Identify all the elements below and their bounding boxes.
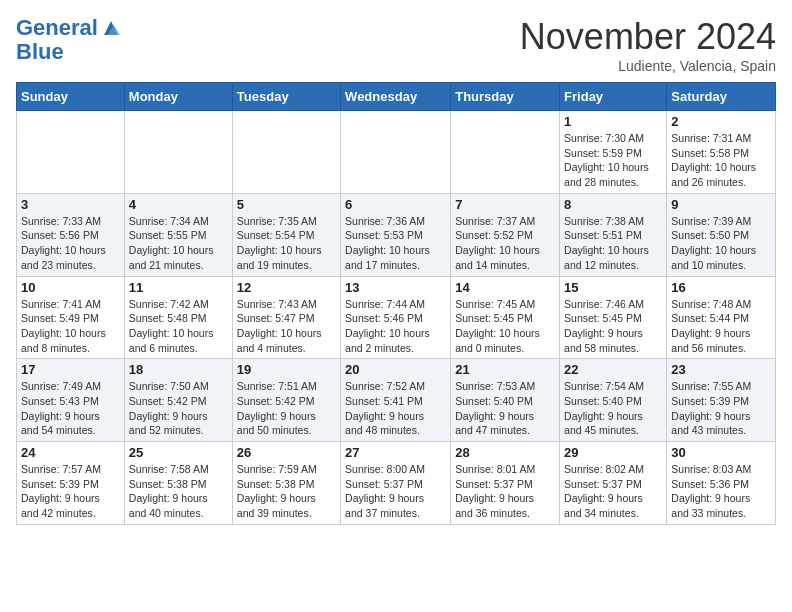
day-number: 6	[345, 197, 446, 212]
calendar-cell: 1Sunrise: 7:30 AM Sunset: 5:59 PM Daylig…	[560, 111, 667, 194]
day-info: Sunrise: 7:41 AM Sunset: 5:49 PM Dayligh…	[21, 297, 120, 356]
calendar-cell: 12Sunrise: 7:43 AM Sunset: 5:47 PM Dayli…	[232, 276, 340, 359]
month-title: November 2024	[520, 16, 776, 58]
day-info: Sunrise: 8:01 AM Sunset: 5:37 PM Dayligh…	[455, 462, 555, 521]
day-number: 5	[237, 197, 336, 212]
logo-general: General	[16, 16, 98, 40]
calendar-cell: 7Sunrise: 7:37 AM Sunset: 5:52 PM Daylig…	[451, 193, 560, 276]
day-number: 21	[455, 362, 555, 377]
day-number: 7	[455, 197, 555, 212]
day-number: 24	[21, 445, 120, 460]
calendar-week-row: 1Sunrise: 7:30 AM Sunset: 5:59 PM Daylig…	[17, 111, 776, 194]
day-info: Sunrise: 7:51 AM Sunset: 5:42 PM Dayligh…	[237, 379, 336, 438]
calendar-cell: 26Sunrise: 7:59 AM Sunset: 5:38 PM Dayli…	[232, 442, 340, 525]
day-number: 16	[671, 280, 771, 295]
weekday-header: Tuesday	[232, 83, 340, 111]
calendar-cell: 2Sunrise: 7:31 AM Sunset: 5:58 PM Daylig…	[667, 111, 776, 194]
weekday-header: Monday	[124, 83, 232, 111]
day-number: 22	[564, 362, 662, 377]
day-info: Sunrise: 7:33 AM Sunset: 5:56 PM Dayligh…	[21, 214, 120, 273]
day-number: 14	[455, 280, 555, 295]
day-number: 8	[564, 197, 662, 212]
weekday-header: Friday	[560, 83, 667, 111]
calendar-cell: 16Sunrise: 7:48 AM Sunset: 5:44 PM Dayli…	[667, 276, 776, 359]
day-info: Sunrise: 7:59 AM Sunset: 5:38 PM Dayligh…	[237, 462, 336, 521]
day-info: Sunrise: 7:45 AM Sunset: 5:45 PM Dayligh…	[455, 297, 555, 356]
calendar-cell: 5Sunrise: 7:35 AM Sunset: 5:54 PM Daylig…	[232, 193, 340, 276]
calendar-cell	[17, 111, 125, 194]
calendar-week-row: 10Sunrise: 7:41 AM Sunset: 5:49 PM Dayli…	[17, 276, 776, 359]
day-info: Sunrise: 7:52 AM Sunset: 5:41 PM Dayligh…	[345, 379, 446, 438]
calendar-cell: 23Sunrise: 7:55 AM Sunset: 5:39 PM Dayli…	[667, 359, 776, 442]
day-number: 11	[129, 280, 228, 295]
calendar-cell: 30Sunrise: 8:03 AM Sunset: 5:36 PM Dayli…	[667, 442, 776, 525]
day-number: 9	[671, 197, 771, 212]
day-info: Sunrise: 7:43 AM Sunset: 5:47 PM Dayligh…	[237, 297, 336, 356]
day-number: 28	[455, 445, 555, 460]
day-info: Sunrise: 7:37 AM Sunset: 5:52 PM Dayligh…	[455, 214, 555, 273]
calendar-cell	[341, 111, 451, 194]
day-number: 10	[21, 280, 120, 295]
calendar-week-row: 3Sunrise: 7:33 AM Sunset: 5:56 PM Daylig…	[17, 193, 776, 276]
calendar-cell: 6Sunrise: 7:36 AM Sunset: 5:53 PM Daylig…	[341, 193, 451, 276]
weekday-header: Saturday	[667, 83, 776, 111]
calendar-cell: 28Sunrise: 8:01 AM Sunset: 5:37 PM Dayli…	[451, 442, 560, 525]
day-info: Sunrise: 7:34 AM Sunset: 5:55 PM Dayligh…	[129, 214, 228, 273]
weekday-header: Thursday	[451, 83, 560, 111]
day-info: Sunrise: 7:44 AM Sunset: 5:46 PM Dayligh…	[345, 297, 446, 356]
location-text: Ludiente, Valencia, Spain	[520, 58, 776, 74]
calendar-header-row: SundayMondayTuesdayWednesdayThursdayFrid…	[17, 83, 776, 111]
day-info: Sunrise: 7:39 AM Sunset: 5:50 PM Dayligh…	[671, 214, 771, 273]
logo-blue-text: Blue	[16, 40, 64, 64]
calendar-cell: 25Sunrise: 7:58 AM Sunset: 5:38 PM Dayli…	[124, 442, 232, 525]
calendar-cell: 18Sunrise: 7:50 AM Sunset: 5:42 PM Dayli…	[124, 359, 232, 442]
day-info: Sunrise: 7:36 AM Sunset: 5:53 PM Dayligh…	[345, 214, 446, 273]
calendar-cell: 13Sunrise: 7:44 AM Sunset: 5:46 PM Dayli…	[341, 276, 451, 359]
calendar-cell: 3Sunrise: 7:33 AM Sunset: 5:56 PM Daylig…	[17, 193, 125, 276]
day-number: 13	[345, 280, 446, 295]
calendar-cell: 27Sunrise: 8:00 AM Sunset: 5:37 PM Dayli…	[341, 442, 451, 525]
day-info: Sunrise: 7:30 AM Sunset: 5:59 PM Dayligh…	[564, 131, 662, 190]
logo: General Blue	[16, 16, 122, 64]
calendar-cell: 11Sunrise: 7:42 AM Sunset: 5:48 PM Dayli…	[124, 276, 232, 359]
day-info: Sunrise: 7:48 AM Sunset: 5:44 PM Dayligh…	[671, 297, 771, 356]
day-info: Sunrise: 8:03 AM Sunset: 5:36 PM Dayligh…	[671, 462, 771, 521]
day-number: 19	[237, 362, 336, 377]
day-number: 23	[671, 362, 771, 377]
day-info: Sunrise: 7:31 AM Sunset: 5:58 PM Dayligh…	[671, 131, 771, 190]
weekday-header: Sunday	[17, 83, 125, 111]
logo-icon	[100, 17, 122, 39]
day-info: Sunrise: 7:57 AM Sunset: 5:39 PM Dayligh…	[21, 462, 120, 521]
day-info: Sunrise: 7:53 AM Sunset: 5:40 PM Dayligh…	[455, 379, 555, 438]
day-number: 18	[129, 362, 228, 377]
calendar-week-row: 17Sunrise: 7:49 AM Sunset: 5:43 PM Dayli…	[17, 359, 776, 442]
day-number: 1	[564, 114, 662, 129]
calendar-cell: 4Sunrise: 7:34 AM Sunset: 5:55 PM Daylig…	[124, 193, 232, 276]
calendar-cell: 29Sunrise: 8:02 AM Sunset: 5:37 PM Dayli…	[560, 442, 667, 525]
page-header: General Blue November 2024 Ludiente, Val…	[16, 16, 776, 74]
day-info: Sunrise: 7:38 AM Sunset: 5:51 PM Dayligh…	[564, 214, 662, 273]
calendar-cell	[124, 111, 232, 194]
calendar-week-row: 24Sunrise: 7:57 AM Sunset: 5:39 PM Dayli…	[17, 442, 776, 525]
day-number: 29	[564, 445, 662, 460]
day-number: 2	[671, 114, 771, 129]
day-number: 27	[345, 445, 446, 460]
calendar-cell: 8Sunrise: 7:38 AM Sunset: 5:51 PM Daylig…	[560, 193, 667, 276]
calendar-cell: 14Sunrise: 7:45 AM Sunset: 5:45 PM Dayli…	[451, 276, 560, 359]
calendar-cell: 9Sunrise: 7:39 AM Sunset: 5:50 PM Daylig…	[667, 193, 776, 276]
day-info: Sunrise: 7:50 AM Sunset: 5:42 PM Dayligh…	[129, 379, 228, 438]
calendar-cell: 22Sunrise: 7:54 AM Sunset: 5:40 PM Dayli…	[560, 359, 667, 442]
day-info: Sunrise: 7:46 AM Sunset: 5:45 PM Dayligh…	[564, 297, 662, 356]
day-number: 25	[129, 445, 228, 460]
day-info: Sunrise: 7:49 AM Sunset: 5:43 PM Dayligh…	[21, 379, 120, 438]
day-info: Sunrise: 7:55 AM Sunset: 5:39 PM Dayligh…	[671, 379, 771, 438]
day-info: Sunrise: 7:58 AM Sunset: 5:38 PM Dayligh…	[129, 462, 228, 521]
calendar-cell	[232, 111, 340, 194]
calendar-cell: 21Sunrise: 7:53 AM Sunset: 5:40 PM Dayli…	[451, 359, 560, 442]
calendar-cell: 15Sunrise: 7:46 AM Sunset: 5:45 PM Dayli…	[560, 276, 667, 359]
calendar-cell	[451, 111, 560, 194]
calendar-cell: 17Sunrise: 7:49 AM Sunset: 5:43 PM Dayli…	[17, 359, 125, 442]
day-info: Sunrise: 7:42 AM Sunset: 5:48 PM Dayligh…	[129, 297, 228, 356]
day-number: 15	[564, 280, 662, 295]
calendar-table: SundayMondayTuesdayWednesdayThursdayFrid…	[16, 82, 776, 525]
